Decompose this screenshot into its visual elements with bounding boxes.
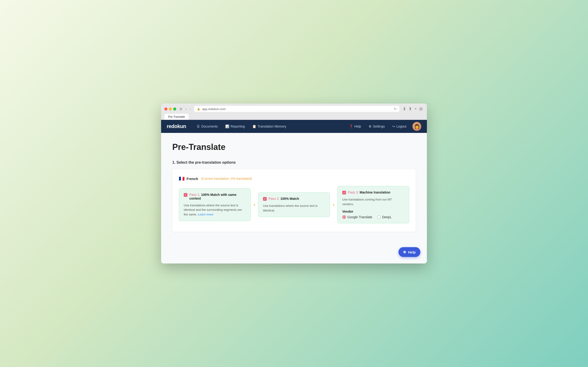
nav-link-logout[interactable]: ↪ Logout: [389, 123, 410, 130]
nav-label-settings: Settings: [373, 125, 385, 128]
url-text: app.redokun.com: [202, 107, 225, 111]
section-header: 1. Select the pre-translation options: [172, 160, 416, 165]
passes-container: Pass 1: 100% Match with same context Use…: [179, 186, 409, 223]
vendor-deepl[interactable]: DeepL: [377, 215, 392, 219]
nav-link-help[interactable]: ❓ Help: [346, 123, 364, 130]
pass-3-title: Pass 3: Machine translation: [348, 191, 390, 194]
traffic-lights: [164, 108, 176, 110]
browser-controls: ⊞ ‹ ›: [179, 107, 192, 111]
nav-label-translation-memory: Translation Memory: [258, 125, 286, 128]
language-status: (Current translation: 0% translated): [201, 177, 252, 181]
sidebar-toggle[interactable]: ⊞: [179, 107, 183, 111]
pass-1-description: Use translations where the source text i…: [184, 203, 246, 217]
vendor-section: Vendor Google Translate DeepL: [342, 210, 404, 219]
nav-link-translation-memory[interactable]: 📋 Translation Memory: [249, 123, 290, 130]
pass-2-description: Use translations where the source text i…: [263, 204, 325, 213]
nav-label-help: Help: [354, 125, 361, 128]
language-name: French: [187, 177, 198, 181]
settings-icon: ⚙: [369, 125, 372, 128]
vendor-options: Google Translate DeepL: [342, 215, 404, 219]
documents-icon: ☰: [197, 125, 200, 128]
pass-1-title: Pass 1: 100% Match with same context: [189, 193, 246, 200]
vendor-google[interactable]: Google Translate: [342, 215, 372, 219]
tab-label: Pre-Translate: [168, 115, 185, 118]
download-icon[interactable]: ⬇: [403, 106, 406, 111]
language-header: 🇫🇷 French (Current translation: 0% trans…: [179, 176, 409, 181]
nav-links: ☰ Documents 📊 Reporting 📋 Translation Me…: [193, 123, 346, 130]
pass-2-checkbox[interactable]: [263, 197, 267, 201]
help-fab-label: Help: [408, 250, 416, 254]
browser-window: ⊞ ‹ › 🔒 app.redokun.com ↻ ⬇ ⬆ + ⊞ Pre-Tr…: [161, 104, 427, 263]
nav-link-settings[interactable]: ⚙ Settings: [365, 123, 388, 130]
pass-2-title-text: 100% Match: [281, 197, 299, 200]
forward-button[interactable]: ›: [189, 107, 192, 111]
address-bar[interactable]: 🔒 app.redokun.com ↻: [194, 106, 399, 112]
google-label: Google Translate: [348, 215, 372, 219]
nav-label-reporting: Reporting: [231, 125, 245, 128]
vendor-label: Vendor: [342, 210, 404, 213]
nav-link-documents[interactable]: ☰ Documents: [193, 123, 221, 130]
nav-label-documents: Documents: [201, 125, 218, 128]
learn-more-link[interactable]: Learn more: [198, 213, 213, 216]
language-card: 🇫🇷 French (Current translation: 0% trans…: [172, 169, 416, 232]
nav-link-reporting[interactable]: 📊 Reporting: [222, 123, 248, 130]
pass-2-title: Pass 2: 100% Match: [269, 197, 299, 200]
pass-3-num: Pass 3:: [348, 191, 359, 194]
pass-3-title-text: Machine translation: [360, 191, 390, 194]
pass-3-card: Pass 3: Machine translation Use translat…: [337, 186, 409, 223]
pass-2-num: Pass 2:: [269, 197, 280, 200]
page-title: Pre-Translate: [172, 142, 416, 152]
new-tab-icon[interactable]: +: [414, 107, 417, 111]
radio-google[interactable]: [342, 215, 346, 219]
share-icon[interactable]: ⬆: [408, 106, 412, 111]
translation-memory-icon: 📋: [252, 125, 256, 128]
logout-icon: ↪: [392, 125, 395, 128]
pass-2-arrow: ›: [330, 201, 337, 208]
avatar[interactable]: 👩: [413, 122, 421, 131]
main-content: Pre-Translate 1. Select the pre-translat…: [161, 133, 427, 263]
pass-1-checkbox[interactable]: [184, 193, 187, 197]
lock-icon: 🔒: [197, 108, 200, 110]
help-fab-button[interactable]: ⊕ Help: [398, 247, 420, 257]
reporting-icon: 📊: [225, 125, 229, 128]
deepl-label: DeepL: [382, 215, 392, 219]
close-button[interactable]: [164, 108, 167, 110]
pass-1-arrow: ›: [251, 201, 258, 208]
tabs-overview-icon[interactable]: ⊞: [419, 106, 423, 111]
help-fab-icon: ⊕: [403, 250, 406, 254]
pass-2-card: Pass 2: 100% Match Use translations wher…: [258, 192, 330, 217]
pass-3-checkbox[interactable]: [342, 191, 346, 194]
active-tab[interactable]: Pre-Translate: [164, 114, 189, 120]
browser-chrome: ⊞ ‹ › 🔒 app.redokun.com ↻ ⬇ ⬆ + ⊞ Pre-Tr…: [161, 104, 427, 120]
nav-logo[interactable]: redokun: [167, 123, 186, 129]
nav-bar: redokun ☰ Documents 📊 Reporting 📋 Transl…: [161, 120, 427, 133]
pass-1-card: Pass 1: 100% Match with same context Use…: [179, 188, 251, 221]
pass-1-num: Pass 1:: [189, 193, 200, 197]
nav-label-logout: Logout: [396, 125, 406, 128]
minimize-button[interactable]: [169, 108, 172, 110]
browser-toolbar: ⬇ ⬆ + ⊞: [402, 106, 424, 111]
help-icon: ❓: [349, 125, 353, 128]
radio-deepl[interactable]: [377, 215, 381, 219]
fullscreen-button[interactable]: [173, 108, 176, 110]
pass-3-description: Use translations coming from our MT vend…: [342, 197, 404, 206]
back-button[interactable]: ‹: [185, 107, 188, 111]
reload-icon[interactable]: ↻: [394, 107, 397, 111]
nav-right: ❓ Help ⚙ Settings ↪ Logout 👩: [346, 122, 421, 131]
french-flag: 🇫🇷: [179, 176, 185, 181]
